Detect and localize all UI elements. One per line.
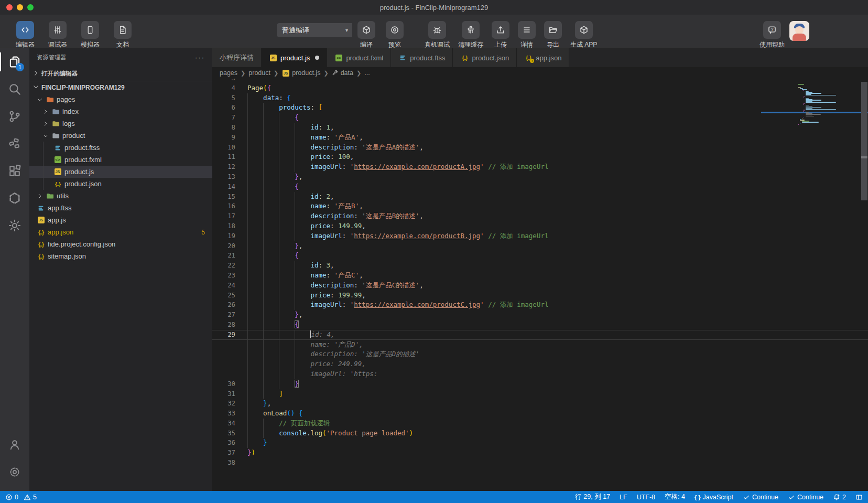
tree-item-label: logs	[62, 120, 75, 127]
activity-account[interactable]	[0, 431, 29, 458]
toolbar-actions-group: 真机调试清理缓存上传详情导出生成 APP	[425, 21, 597, 49]
activity-search[interactable]	[0, 76, 29, 103]
editor-button[interactable]: 编辑器	[13, 21, 38, 49]
code-text: {	[247, 320, 299, 330]
remote-debug-button[interactable]: 真机调试	[425, 21, 450, 49]
code-text: },	[247, 399, 271, 409]
status-continue-2[interactable]: Continue	[788, 494, 823, 501]
tree-item-logs[interactable]: logs	[29, 117, 212, 130]
preview-button[interactable]: 预览	[386, 21, 404, 49]
sun-icon	[8, 219, 21, 232]
status-language-mode[interactable]: { }JavaScript	[695, 494, 733, 501]
code-line-28: 28 {	[212, 320, 868, 330]
status-eol[interactable]: LF	[620, 494, 627, 501]
status-continue-1[interactable]: Continue	[743, 494, 778, 501]
tree-item-app.ftss[interactable]: app.ftss	[29, 202, 212, 214]
tab-product.json[interactable]: {..}product.json	[453, 48, 517, 67]
tree-item-product.js[interactable]: JSproduct.js	[29, 166, 212, 178]
compile-mode-select[interactable]: 普通编译 ▾	[277, 23, 352, 37]
open-editors-label: 打开的编辑器	[41, 70, 78, 78]
status-encoding[interactable]: UTF-8	[637, 494, 655, 501]
json-file-icon: {..}!	[524, 53, 533, 62]
avatar[interactable]	[789, 21, 809, 41]
clear-cache-button[interactable]: 清理缓存	[458, 21, 483, 49]
code-text: imageUrl: 'https://example.com/productB.…	[247, 231, 548, 241]
minimap[interactable]	[780, 84, 860, 152]
tree-item-product.json[interactable]: {..}product.json	[29, 178, 212, 190]
ftss-file-icon	[37, 204, 45, 212]
open-editors-section[interactable]: 打开的编辑器	[29, 66, 212, 81]
main-toolbar: 编辑器调试器模拟器文档 普通编译 ▾ 编译 预览 真机调试清理缓存上传详情导出生…	[0, 15, 868, 48]
breadcrumb-label: pages	[220, 69, 237, 77]
line-number: 20	[212, 241, 235, 251]
line-number: 34	[212, 419, 235, 429]
line-number: 7	[212, 113, 235, 123]
simulator-button[interactable]: 模拟器	[78, 21, 103, 49]
tree-item-product[interactable]: product	[29, 130, 212, 142]
minimap-line	[806, 98, 809, 99]
build-app-button[interactable]: 生成 APP	[570, 21, 597, 49]
status-cursor-position[interactable]: 行 29, 列 17	[575, 493, 610, 501]
chevron-down-icon	[32, 83, 39, 90]
tree-item-fide.project.config.json[interactable]: {..}fide.project.config.json	[29, 238, 212, 250]
code-text: })	[247, 448, 255, 458]
status-errors[interactable]: 0	[5, 494, 18, 501]
debugger-button[interactable]: 调试器	[45, 21, 70, 49]
details-button[interactable]: 详情	[518, 21, 536, 49]
activity-settings[interactable]	[0, 458, 29, 486]
activity-plugin[interactable]	[0, 185, 29, 212]
minimap-current-line	[761, 112, 868, 113]
tree-item-utils[interactable]: utils	[29, 190, 212, 202]
tab-product.ftss[interactable]: product.ftss	[391, 48, 453, 67]
bug-icon	[432, 25, 442, 35]
tree-item-sitemap.json[interactable]: {..}sitemap.json	[29, 250, 212, 262]
more-actions-icon[interactable]: ···	[195, 53, 205, 61]
activity-explorer[interactable]: 1	[0, 48, 29, 76]
status-layout-toggle[interactable]	[855, 494, 863, 501]
upload-button[interactable]: 上传	[492, 21, 509, 49]
status-notifications[interactable]: 2	[833, 494, 846, 501]
editor-scrollbar[interactable]	[861, 79, 868, 491]
activity-source-control[interactable]	[0, 103, 29, 130]
breadcrumb-label: data	[341, 69, 353, 77]
breadcrumb-item-data[interactable]: data	[332, 69, 353, 77]
tree-item-app.json[interactable]: {..}app.json5	[29, 226, 212, 238]
help-button[interactable]: ? 使用帮助	[757, 21, 787, 49]
tree-item-product.ftss[interactable]: product.ftss	[29, 142, 212, 154]
status-indentation[interactable]: 空格: 4	[665, 493, 685, 501]
docs-button[interactable]: 文档	[110, 21, 135, 49]
js-file-icon: JS	[281, 69, 290, 77]
tree-item-app.js[interactable]: JSapp.js	[29, 214, 212, 226]
folder-icon	[46, 95, 54, 104]
export-button[interactable]: 导出	[544, 21, 562, 49]
tab-小程序详情[interactable]: 小程序详情	[212, 48, 262, 67]
breadcrumb-separator-icon: ❯	[241, 70, 245, 77]
folder-icon	[51, 108, 60, 116]
code-line-30: 30 }	[212, 379, 868, 389]
upload-icon	[496, 25, 505, 35]
code-line-5: 5 data: {	[212, 93, 868, 103]
activity-theme[interactable]	[0, 212, 29, 239]
scrollbar-slider[interactable]	[861, 82, 867, 200]
tree-item-pages[interactable]: pages	[29, 93, 212, 105]
tab-product.fxml[interactable]: <>product.fxml	[327, 48, 391, 67]
project-root-item[interactable]: FINCLIP-MINIPROGRAM129	[29, 81, 212, 93]
folder-export-icon	[548, 25, 558, 35]
breadcrumb-item-pages[interactable]: pages	[220, 69, 237, 77]
tree-item-index[interactable]: index	[29, 105, 212, 117]
tab-product.js[interactable]: JSproduct.js	[262, 48, 327, 67]
breadcrumb-item-product[interactable]: product	[248, 69, 270, 77]
status-warnings[interactable]: 5	[24, 494, 37, 501]
tree-item-product.fxml[interactable]: <>product.fxml	[29, 154, 212, 166]
code-editor[interactable]: 34Page({5 data: {6 products: [7 {8 id: 1…	[212, 79, 868, 491]
breadcrumb-item-product.js[interactable]: JSproduct.js	[281, 69, 320, 77]
line-number: 32	[212, 399, 235, 409]
breadcrumb-item-...[interactable]: ...	[364, 69, 370, 77]
compile-button[interactable]: 编译	[357, 21, 375, 49]
code-text: price: 100,	[247, 152, 354, 162]
tab-app.json[interactable]: {..}!app.json	[517, 48, 569, 67]
activity-extensions[interactable]	[0, 157, 29, 185]
line-number: 6	[212, 103, 235, 113]
activity-debug-pieces[interactable]	[0, 130, 29, 157]
status-text: Continue	[797, 494, 823, 501]
